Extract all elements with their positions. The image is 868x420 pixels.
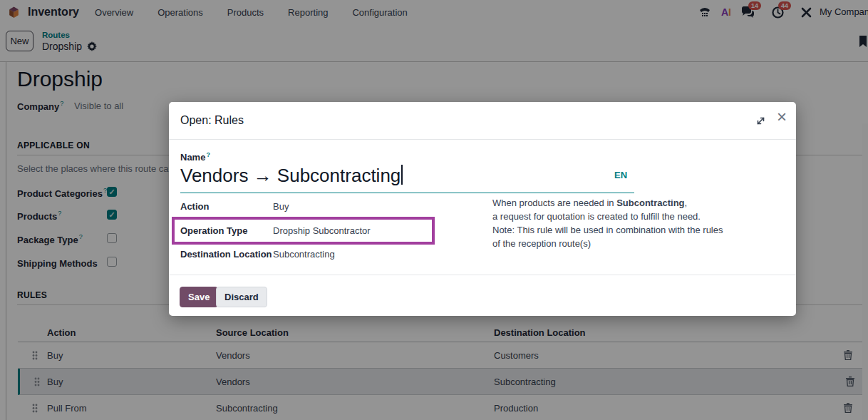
dialog-title: Open: Rules [180, 114, 244, 127]
language-badge[interactable]: EN [614, 170, 627, 180]
operation-type-field-value[interactable]: Dropship Subcontractor [273, 225, 371, 236]
help-marker: ? [206, 151, 210, 158]
expand-icon[interactable] [755, 116, 767, 127]
help-bold-location: Subcontracting [616, 198, 684, 208]
dialog-footer: Save Discard [169, 275, 796, 316]
name-field-label: Name? [180, 151, 210, 163]
destination-location-field-value[interactable]: Subcontracting [273, 249, 335, 260]
action-field-value[interactable]: Buy [273, 201, 289, 212]
rule-help-text: When products are needed in Subcontracti… [492, 196, 792, 250]
destination-location-field-label: Destination Location [180, 249, 272, 260]
operation-type-field-label: Operation Type [180, 225, 247, 236]
save-button[interactable]: Save [180, 287, 218, 307]
name-input[interactable]: Vendors → Subcontracting [180, 165, 634, 193]
rules-dialog: Open: Rules × Name? Vendors → Subcontrac… [169, 102, 796, 316]
dialog-header: Open: Rules × [169, 102, 796, 140]
text-cursor [401, 165, 403, 185]
close-icon[interactable]: × [773, 109, 790, 126]
discard-button[interactable]: Discard [216, 287, 267, 307]
action-field-label: Action [180, 201, 209, 212]
